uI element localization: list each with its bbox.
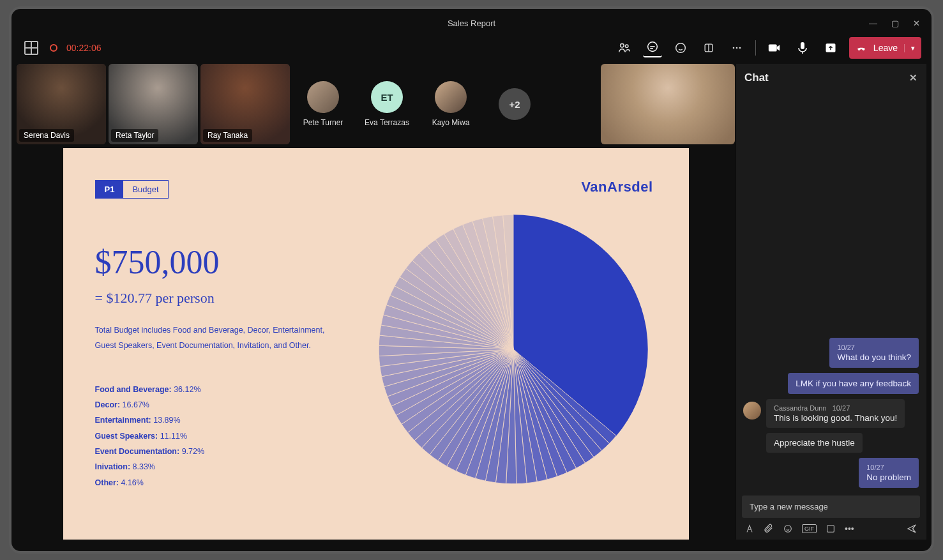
- more-compose-icon[interactable]: •••: [845, 524, 854, 534]
- more-options-button[interactable]: [727, 38, 746, 57]
- reactions-button[interactable]: [671, 38, 690, 57]
- share-button[interactable]: [821, 38, 840, 57]
- leave-chevron-icon[interactable]: ▾: [904, 44, 915, 52]
- chat-message-out: LMK if you have any feedback: [788, 373, 919, 394]
- minimize-button[interactable]: —: [869, 19, 877, 28]
- chat-messages: 10/27What do you think?LMK if you have a…: [736, 92, 926, 490]
- participant-name: Eva Terrazas: [365, 118, 409, 127]
- compose-input[interactable]: Type a new message: [742, 496, 920, 518]
- svg-point-0: [620, 44, 624, 48]
- leave-button[interactable]: Leave ▾: [849, 37, 921, 59]
- gif-icon[interactable]: GIF: [802, 524, 817, 533]
- hangup-icon: [856, 42, 867, 54]
- chat-panel: Chat ✕ 10/27What do you think?LMK if you…: [735, 64, 926, 540]
- rooms-button[interactable]: [699, 38, 718, 57]
- recording-timer: 00:22:06: [66, 43, 102, 53]
- overflow-participants-button[interactable]: +2: [484, 64, 545, 144]
- participant-name: Serena Davis: [19, 129, 74, 142]
- camera-button[interactable]: [765, 38, 784, 57]
- window-title: Sales Report: [448, 19, 495, 28]
- video-tile[interactable]: Ray Tanaka: [200, 64, 290, 144]
- leave-label: Leave: [873, 43, 898, 53]
- participant-name: Ray Tanaka: [203, 129, 252, 142]
- video-tile[interactable]: Serena Davis: [17, 64, 106, 144]
- participant-avatar[interactable]: Kayo Miwa: [420, 64, 481, 144]
- svg-point-7: [739, 47, 741, 49]
- svg-rect-8: [769, 45, 777, 52]
- svg-rect-9: [801, 42, 804, 49]
- avatar: [743, 402, 761, 420]
- svg-point-6: [736, 47, 738, 49]
- participants-row: Serena Davis Reta Taylor Ray Tanaka Pete…: [17, 64, 735, 147]
- layout-grid-button[interactable]: [22, 38, 41, 57]
- chat-message-out: 10/27No problem: [859, 458, 919, 488]
- sticker-icon[interactable]: [826, 524, 836, 534]
- video-tile[interactable]: Reta Taylor: [109, 64, 198, 144]
- chat-button[interactable]: [643, 38, 662, 57]
- shared-content: P1 Budget VanArsdel $750,000 = $120.77 p…: [17, 147, 735, 540]
- avatar: ET: [371, 81, 403, 113]
- app-window: Sales Report — ▢ ✕ 00:22:06: [9, 6, 934, 554]
- toolbar-divider: [755, 40, 756, 56]
- slide-tabs: P1 Budget: [95, 180, 169, 199]
- chat-message-in: Cassandra Dunn 10/27This is looking good…: [743, 399, 919, 428]
- tab-budget: Budget: [123, 181, 167, 198]
- budget-description: Total Budget includes Food and Beverage,…: [95, 323, 325, 354]
- emoji-icon[interactable]: [783, 524, 793, 534]
- brand-logo: VanArsdel: [581, 179, 653, 195]
- svg-rect-12: [827, 526, 834, 533]
- svg-point-11: [785, 526, 792, 533]
- participant-name: Reta Taylor: [111, 129, 158, 142]
- tab-p1: P1: [96, 181, 124, 198]
- budget-slide: P1 Budget VanArsdel $750,000 = $120.77 p…: [63, 148, 689, 540]
- participant-avatar[interactable]: Pete Turner: [292, 64, 354, 144]
- chat-message-in: Appreciate the hustle: [766, 433, 863, 453]
- microphone-button[interactable]: [793, 38, 812, 57]
- svg-point-1: [625, 45, 628, 48]
- recording-icon: [50, 44, 57, 52]
- participant-avatar[interactable]: ETEva Terrazas: [356, 64, 418, 144]
- chat-message-out: 10/27What do you think?: [829, 338, 919, 368]
- maximize-button[interactable]: ▢: [891, 19, 899, 28]
- attach-icon[interactable]: [764, 524, 774, 534]
- participants-button[interactable]: [615, 38, 634, 57]
- format-icon[interactable]: [744, 524, 755, 534]
- avatar: [435, 81, 467, 113]
- budget-pie-chart: [376, 212, 651, 487]
- participant-name: Kayo Miwa: [432, 118, 470, 127]
- close-window-button[interactable]: ✕: [913, 19, 920, 28]
- send-button[interactable]: [906, 523, 917, 534]
- chat-title: Chat: [744, 72, 769, 84]
- self-video-tile[interactable]: [601, 64, 735, 144]
- close-chat-button[interactable]: ✕: [909, 72, 917, 84]
- overflow-count: +2: [499, 88, 531, 120]
- participant-name: Pete Turner: [303, 118, 343, 127]
- titlebar: Sales Report — ▢ ✕: [17, 14, 926, 32]
- svg-point-3: [676, 43, 686, 53]
- svg-point-5: [733, 47, 735, 49]
- avatar: [307, 81, 339, 113]
- meeting-toolbar: 00:22:06: [17, 32, 926, 64]
